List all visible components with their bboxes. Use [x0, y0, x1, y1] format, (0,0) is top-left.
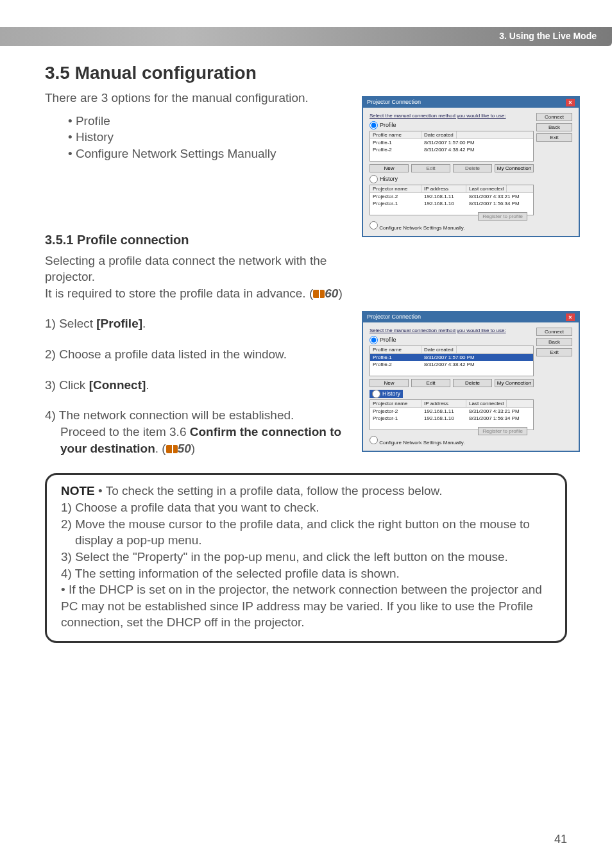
history-listbox[interactable]: Projector nameIP addressLast connected P… [370, 185, 534, 215]
profile-body-line2-post: ) [338, 287, 342, 300]
my-connection-button[interactable]: My Connection [495, 164, 534, 172]
profile-body-ref: 60 [325, 287, 338, 300]
cell-pr1-ip: 192.168.1.10 [421, 415, 466, 422]
cell-pr2-last: 8/31/2007 4:33:21 PM [466, 193, 522, 200]
radio-profile-label: Profile [380, 122, 396, 128]
col-profile-name: Profile name [370, 131, 421, 138]
cell-p1-date: 8/31/2007 1:57:00 PM [421, 139, 477, 146]
step-1: 1) Select [Profile]. [45, 315, 366, 332]
cell-pr1-name: Projector-1 [370, 415, 421, 422]
col-last: Last connected [466, 400, 507, 407]
delete-button[interactable]: Delete [453, 164, 492, 172]
col-date-created: Date created [421, 131, 457, 138]
close-icon[interactable]: × [566, 99, 575, 106]
connect-button[interactable]: Connect [536, 328, 572, 336]
book-icon [313, 290, 325, 298]
history-listbox[interactable]: Projector nameIP addressLast connected P… [370, 399, 534, 430]
step-3: 3) Click [Connect]. [45, 377, 366, 394]
cell-pr1-last: 8/31/2007 1:56:34 PM [466, 415, 522, 422]
col-last: Last connected [466, 185, 507, 192]
page-number: 41 [554, 833, 567, 846]
intro-text: There are 3 options for the manual confi… [45, 90, 340, 106]
step3-pre: 3) Click [45, 378, 89, 392]
radio-history[interactable]: History [370, 390, 403, 398]
col-profile-name: Profile name [370, 346, 421, 353]
profile-body-line2-pre: It is required to store the profile data… [45, 287, 313, 300]
step4-line1: 4) The network connection will be establ… [45, 408, 294, 422]
radio-history-label: History [382, 390, 400, 397]
cell-pr2-ip: 192.168.1.11 [421, 193, 466, 200]
radio-configure-manually[interactable]: Configure Network Settings Manually. [370, 221, 464, 231]
profile-listbox[interactable]: Profile nameDate created Profile-18/31/2… [370, 131, 534, 162]
chapter-header-band: 3. Using the Live Mode [0, 27, 612, 46]
step-2: 2) Choose a profile data listed in the w… [45, 346, 366, 363]
delete-button[interactable]: Delete [453, 379, 492, 387]
radio-profile[interactable]: Profile [370, 336, 534, 344]
cell-p2-date: 8/31/2007 4:38:42 PM [421, 361, 477, 368]
step4-line2-pre: Proceed to the item 3.6 [60, 425, 190, 438]
step4-line2-end: ) [191, 442, 195, 455]
edit-button[interactable]: Edit [411, 164, 450, 172]
step3-post: . [146, 378, 149, 392]
note-lead: • To check the setting in a profile data… [95, 484, 443, 497]
register-button[interactable]: Register to profile [478, 212, 527, 221]
register-button[interactable]: Register to profile [478, 427, 527, 435]
book-icon [166, 445, 178, 453]
cell-pr2-name: Projector-2 [370, 193, 421, 200]
new-button[interactable]: New [370, 164, 409, 172]
dialog-title: Projector Connection [367, 313, 421, 321]
exit-button[interactable]: Exit [536, 348, 572, 356]
radio-profile[interactable]: Profile [370, 121, 534, 129]
dialog-screenshot-2: Projector Connection × Select the manual… [362, 311, 580, 452]
new-button[interactable]: New [370, 379, 409, 387]
close-icon[interactable]: × [566, 313, 575, 321]
dialog-hint: Select the manual connection method you … [370, 328, 534, 333]
profile-body-line1: Selecting a profile data connect the net… [45, 254, 327, 284]
chapter-title: 3. Using the Live Mode [499, 31, 597, 41]
note-1: 1) Choose a profile data that you want t… [61, 501, 319, 514]
radio-history-label: History [380, 176, 398, 182]
step3-bold: [Connect] [89, 378, 146, 392]
back-button[interactable]: Back [536, 338, 572, 346]
radio-configure-manually[interactable]: Configure Network Settings Manually. [370, 436, 464, 446]
col-ip: IP address [421, 400, 466, 407]
cell-p1-name: Profile-1 [370, 139, 421, 146]
step1-bold: [Profile] [96, 317, 142, 330]
cell-pr1-ip: 192.168.1.10 [421, 200, 466, 207]
configure-label: Configure Network Settings Manually. [379, 440, 464, 446]
cell-pr2-last: 8/31/2007 4:33:21 PM [466, 408, 522, 415]
radio-history[interactable]: History [370, 175, 534, 183]
note-2: 2) Move the mouse cursor to the profile … [75, 516, 551, 549]
dialog-screenshot-1: Projector Connection × Select the manual… [362, 96, 580, 237]
edit-button[interactable]: Edit [411, 379, 450, 387]
my-connection-button[interactable]: My Connection [495, 379, 534, 387]
cell-pr2-name: Projector-2 [370, 408, 421, 415]
heading-1: 3.5 Manual configuration [45, 63, 567, 83]
col-proj-name: Projector name [370, 185, 421, 192]
cell-p1-name: Profile-1 [370, 354, 421, 361]
cell-pr1-name: Projector-1 [370, 200, 421, 207]
note-box: NOTE • To check the setting in a profile… [45, 473, 567, 643]
dialog-title: Projector Connection [367, 99, 421, 106]
cell-p1-date: 8/31/2007 1:57:00 PM [421, 354, 477, 361]
step4-line2-post: . ( [155, 442, 166, 455]
top-spacer [0, 0, 612, 27]
cell-p2-name: Profile-2 [370, 146, 421, 153]
cell-pr1-last: 8/31/2007 1:56:34 PM [466, 200, 522, 207]
dialog-titlebar: Projector Connection × [363, 97, 579, 108]
cell-pr2-ip: 192.168.1.11 [421, 408, 466, 415]
back-button[interactable]: Back [536, 123, 572, 131]
cell-p2-name: Profile-2 [370, 361, 421, 368]
configure-label: Configure Network Settings Manually. [379, 225, 464, 231]
col-ip: IP address [421, 185, 466, 192]
profile-listbox[interactable]: Profile nameDate created Profile-18/31/2… [370, 346, 534, 376]
step4-ref: 50 [178, 442, 191, 455]
exit-button[interactable]: Exit [536, 133, 572, 142]
dialog-titlebar: Projector Connection × [363, 312, 579, 322]
step1-post: . [142, 317, 146, 330]
connect-button[interactable]: Connect [536, 113, 572, 121]
radio-profile-label: Profile [380, 337, 396, 343]
col-date-created: Date created [421, 346, 457, 353]
cell-p2-date: 8/31/2007 4:38:42 PM [421, 146, 477, 153]
note-label: NOTE [61, 484, 95, 497]
